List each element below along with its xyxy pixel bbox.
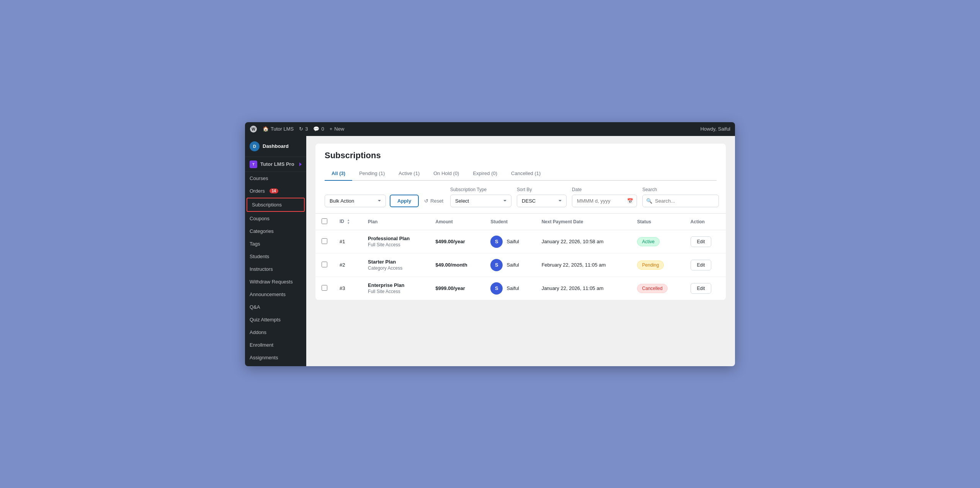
wp-logo-item[interactable]: W — [250, 125, 257, 133]
instructors-label: Instructors — [250, 266, 273, 272]
svg-text:W: W — [252, 127, 255, 131]
enrollment-label: Enrollment — [250, 342, 273, 348]
dashboard-item[interactable]: D Dashboard — [245, 136, 306, 157]
row3-checkbox[interactable] — [322, 285, 327, 291]
addons-label: Addons — [250, 329, 266, 335]
row3-next-payment: January 22, 2026, 11:05 am — [536, 277, 631, 300]
row3-id: #3 — [333, 277, 362, 300]
tab-pending[interactable]: Pending (1) — [352, 167, 392, 181]
sidebar: D Dashboard T Tutor LMS Pro Courses Orde… — [245, 136, 306, 366]
header-status: Status — [631, 214, 684, 230]
row3-edit-button[interactable]: Edit — [691, 283, 712, 294]
header-checkbox-cell — [315, 214, 333, 230]
withdraw-requests-label: Withdraw Requests — [250, 279, 293, 285]
row2-checkbox-cell — [315, 253, 333, 277]
row1-student-cell: S Saiful — [490, 236, 529, 248]
sidebar-item-addons[interactable]: Addons — [245, 326, 306, 339]
sidebar-item-subscriptions[interactable]: Subscriptions — [247, 198, 305, 212]
orders-label: Orders — [250, 188, 265, 194]
table-row: #3 Enterprise Plan Full Site Access $999… — [315, 277, 726, 300]
row2-student-cell: S Saiful — [490, 259, 529, 271]
wp-icon: W — [250, 125, 257, 133]
reset-button[interactable]: ↺ Reset — [423, 195, 445, 207]
tab-all[interactable]: All (3) — [325, 167, 352, 181]
tab-cancelled[interactable]: Cancelled (1) — [504, 167, 547, 181]
reset-label: Reset — [430, 198, 443, 204]
sidebar-item-announcements[interactable]: Announcements — [245, 288, 306, 301]
bulk-action-select[interactable]: Bulk Action — [325, 195, 386, 207]
home-icon: 🏠 — [263, 126, 269, 132]
sidebar-item-qa[interactable]: Q&A — [245, 301, 306, 313]
header-plan: Plan — [362, 214, 429, 230]
new-item[interactable]: + New — [330, 126, 345, 132]
sidebar-item-instructors[interactable]: Instructors — [245, 263, 306, 275]
search-label: Search — [642, 187, 719, 192]
comments-count: 0 — [321, 126, 324, 132]
row2-student-name: Saiful — [506, 262, 519, 268]
header-id[interactable]: ID ▲▼ — [333, 214, 362, 230]
row3-student-name: Saiful — [506, 285, 519, 291]
row3-student: S Saiful — [484, 277, 535, 300]
assignments-label: Assignments — [250, 355, 278, 360]
sort-by-select[interactable]: DESC ASC — [517, 195, 567, 207]
bulk-action-group: Bulk Action Apply ↺ Reset — [325, 195, 445, 207]
updates-item[interactable]: ↻ 3 — [299, 126, 308, 132]
quiz-attempts-label: Quiz Attempts — [250, 317, 281, 323]
row3-student-cell: S Saiful — [490, 282, 529, 295]
tab-on-hold[interactable]: On Hold (0) — [426, 167, 466, 181]
comments-item[interactable]: 💬 0 — [313, 126, 324, 132]
sidebar-item-coupons[interactable]: Coupons — [245, 212, 306, 225]
row3-avatar: S — [490, 282, 503, 295]
comments-icon: 💬 — [313, 126, 319, 132]
row1-plan-sub: Full Site Access — [368, 242, 423, 247]
sidebar-item-assignments[interactable]: Assignments — [245, 351, 306, 364]
header-next-payment: Next Payment Date — [536, 214, 631, 230]
tutor-lms-pro-label: Tutor LMS Pro — [260, 161, 294, 167]
reset-icon: ↺ — [424, 198, 428, 204]
filters-row: Bulk Action Apply ↺ Reset Subscription T… — [315, 181, 726, 214]
row3-checkbox-cell — [315, 277, 333, 300]
tutor-lms-pro-item[interactable]: T Tutor LMS Pro — [245, 157, 306, 172]
row3-amount-value: $999.00/year — [436, 285, 465, 291]
content-area: Subscriptions All (3) Pending (1) Active… — [306, 136, 735, 366]
sidebar-item-withdraw-requests[interactable]: Withdraw Requests — [245, 275, 306, 288]
sidebar-item-orders[interactable]: Orders 14 — [245, 185, 306, 197]
date-group: Date 📅 — [572, 187, 637, 207]
row3-plan-sub: Full Site Access — [368, 289, 423, 294]
row2-status: Pending — [631, 253, 684, 277]
select-all-checkbox[interactable] — [322, 218, 327, 224]
tab-expired[interactable]: Expired (0) — [466, 167, 504, 181]
sidebar-item-tags[interactable]: Tags — [245, 237, 306, 250]
row3-status-badge: Cancelled — [637, 284, 667, 293]
row1-checkbox-cell — [315, 230, 333, 253]
categories-label: Categories — [250, 228, 274, 234]
tabs-row: All (3) Pending (1) Active (1) On Hold (… — [325, 167, 717, 181]
tab-active[interactable]: Active (1) — [392, 167, 426, 181]
row1-edit-button[interactable]: Edit — [691, 236, 712, 247]
subscription-type-select[interactable]: Select — [450, 195, 511, 207]
row1-id: #1 — [333, 230, 362, 253]
id-sort-icon: ▲▼ — [347, 219, 350, 225]
sidebar-item-quiz-attempts[interactable]: Quiz Attempts — [245, 313, 306, 326]
sidebar-item-reports[interactable]: Reports — [245, 364, 306, 366]
orders-badge: 14 — [270, 188, 278, 193]
row2-edit-button[interactable]: Edit — [691, 260, 712, 270]
howdy-label: Howdy, Saiful — [700, 126, 730, 132]
sidebar-item-students[interactable]: Students — [245, 250, 306, 263]
date-input[interactable] — [572, 195, 637, 207]
dashboard-icon: D — [250, 141, 260, 151]
sidebar-item-categories[interactable]: Categories — [245, 225, 306, 237]
row2-checkbox[interactable] — [322, 262, 327, 267]
apply-button[interactable]: Apply — [390, 195, 419, 207]
row1-student-name: Saiful — [506, 239, 519, 244]
new-label: New — [334, 126, 344, 132]
sidebar-item-courses[interactable]: Courses — [245, 172, 306, 185]
row2-plan-name: Starter Plan — [368, 259, 423, 265]
plus-icon: + — [330, 126, 333, 132]
sidebar-item-enrollment[interactable]: Enrollment — [245, 339, 306, 351]
site-name-item[interactable]: 🏠 Tutor LMS — [263, 126, 294, 132]
chevron-right-icon — [299, 162, 302, 166]
search-input[interactable] — [642, 195, 719, 207]
row1-checkbox[interactable] — [322, 238, 327, 244]
subscriptions-table: ID ▲▼ Plan Amount Student Next Payment D… — [315, 214, 726, 300]
